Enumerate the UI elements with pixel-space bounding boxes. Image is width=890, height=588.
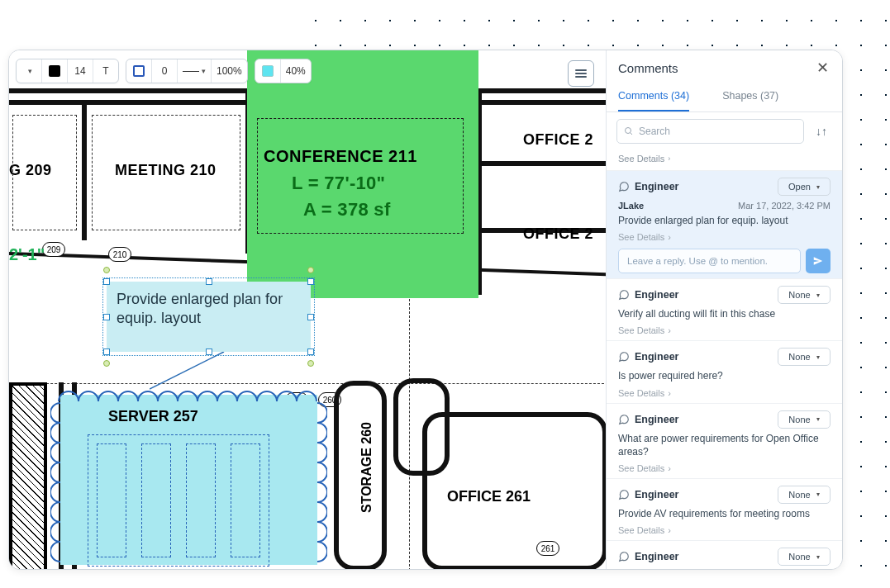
fill-group: 40% bbox=[255, 59, 312, 83]
text-tool[interactable]: T bbox=[93, 59, 118, 83]
comment-item[interactable]: Engineer None▾ RFI #14 See Details› bbox=[607, 540, 842, 569]
search-placeholder: Search bbox=[639, 126, 670, 137]
comment-icon bbox=[618, 489, 630, 500]
resize-handle-sw[interactable] bbox=[103, 349, 110, 355]
floorplan: CONFERENCE 211 L = 77'-10" A = 378 sf G … bbox=[9, 50, 606, 569]
server-rack-outline bbox=[88, 434, 269, 567]
see-details-link[interactable]: See Details› bbox=[618, 325, 831, 335]
format-toolbar: ▾ 14 T 0 ▾ 100% 40% bbox=[16, 59, 312, 83]
comment-item[interactable]: Engineer None▾ Is power required here? S… bbox=[607, 340, 842, 402]
chevron-right-icon: › bbox=[668, 463, 671, 473]
comment-item[interactable]: Engineer None▾ Provide AV requirements f… bbox=[607, 478, 842, 540]
door-tag-209: 209 bbox=[42, 242, 65, 257]
chevron-right-icon: › bbox=[668, 388, 671, 398]
status-dropdown[interactable]: Open▾ bbox=[778, 178, 831, 196]
reply-input[interactable]: Leave a reply. Use @ to mention. bbox=[618, 249, 801, 273]
stroke-opacity-field[interactable]: 100% bbox=[212, 59, 247, 83]
resize-handle-w[interactable] bbox=[103, 314, 110, 320]
comment-item[interactable]: Engineer Open▾ JLake Mar 17, 2022, 3:42 … bbox=[607, 170, 842, 278]
app-window: ▾ 14 T 0 ▾ 100% 40% bbox=[8, 50, 843, 570]
search-icon bbox=[624, 126, 634, 136]
conference-length-value: L = 77'-10" bbox=[292, 173, 385, 194]
selection-outline bbox=[102, 277, 315, 356]
chevron-down-icon: ▾ bbox=[816, 415, 820, 423]
font-group: ▾ 14 T bbox=[16, 59, 119, 83]
rotate-handle[interactable] bbox=[103, 360, 110, 367]
comment-author: JLake bbox=[618, 201, 644, 211]
room-label-server: SERVER 257 bbox=[108, 408, 198, 425]
comment-list: Engineer Open▾ JLake Mar 17, 2022, 3:42 … bbox=[607, 170, 842, 569]
comment-item[interactable]: Engineer None▾ Verify all ducting will f… bbox=[607, 278, 842, 340]
fill-color-swatch[interactable] bbox=[255, 59, 280, 83]
see-details-link[interactable]: See Details› bbox=[618, 388, 831, 398]
room-label-storage: STORAGE 260 bbox=[359, 422, 374, 513]
callout-textbox[interactable]: Provide enlarged plan for equip. layout bbox=[107, 282, 311, 352]
comment-icon bbox=[618, 351, 630, 363]
stroke-color-swatch[interactable] bbox=[126, 59, 151, 83]
status-dropdown[interactable]: None▾ bbox=[778, 286, 831, 304]
rotate-handle[interactable] bbox=[307, 360, 314, 367]
room-label-conference: CONFERENCE 211 bbox=[264, 147, 462, 166]
font-family-dropdown[interactable]: ▾ bbox=[17, 59, 41, 83]
resize-handle-n[interactable] bbox=[206, 278, 212, 285]
sort-button[interactable]: ↓↑ bbox=[811, 121, 832, 142]
chevron-right-icon: › bbox=[668, 232, 671, 242]
panel-title: Comments bbox=[618, 61, 678, 75]
svg-line-0 bbox=[150, 352, 224, 389]
comment-role: Engineer bbox=[618, 351, 679, 363]
font-size-field[interactable]: 14 bbox=[68, 59, 93, 83]
hatched-wall bbox=[9, 382, 47, 569]
svg-line-2 bbox=[631, 133, 633, 135]
comment-item[interactable]: Engineer None▾ What are power requiremen… bbox=[607, 403, 842, 478]
panel-tabs: Comments (34) Shapes (37) bbox=[607, 83, 842, 112]
status-dropdown[interactable]: None▾ bbox=[778, 348, 831, 366]
drawing-canvas[interactable]: ▾ 14 T 0 ▾ 100% 40% bbox=[9, 50, 606, 569]
comment-text: Verify all ducting will fit in this chas… bbox=[618, 307, 831, 320]
stroke-weight-field[interactable]: 0 bbox=[152, 59, 177, 83]
comment-role: Engineer bbox=[618, 551, 679, 562]
see-details-link[interactable]: See Details› bbox=[618, 525, 831, 535]
resize-handle-se[interactable] bbox=[307, 349, 314, 355]
chevron-right-icon: › bbox=[668, 525, 671, 535]
status-dropdown[interactable]: None▾ bbox=[778, 410, 831, 429]
comment-icon bbox=[618, 181, 630, 192]
tab-comments[interactable]: Comments (34) bbox=[618, 83, 689, 111]
send-button[interactable] bbox=[806, 249, 831, 273]
chevron-down-icon: ▾ bbox=[816, 353, 820, 361]
resize-handle-nw[interactable] bbox=[103, 278, 110, 285]
see-details-link[interactable]: See Details› bbox=[618, 232, 831, 242]
comment-text: What are power requirements for Open Off… bbox=[618, 432, 831, 458]
see-details-link[interactable]: See Details› bbox=[618, 463, 831, 473]
comments-panel: Comments ✕ Comments (34) Shapes (37) Sea… bbox=[606, 50, 842, 569]
comment-text: Is power required here? bbox=[618, 369, 831, 382]
status-dropdown[interactable]: None▾ bbox=[778, 548, 831, 566]
status-dropdown[interactable]: None▾ bbox=[778, 486, 831, 504]
chevron-down-icon: ▾ bbox=[816, 491, 820, 498]
search-input[interactable]: Search bbox=[616, 119, 804, 144]
line-style-dropdown[interactable]: ▾ bbox=[178, 59, 211, 83]
dimension-green: 2'-1" bbox=[9, 245, 45, 264]
tab-shapes[interactable]: Shapes (37) bbox=[722, 83, 778, 111]
send-icon bbox=[812, 255, 824, 267]
text-color-swatch[interactable] bbox=[42, 59, 67, 83]
comment-role: Engineer bbox=[618, 414, 679, 425]
chevron-down-icon: ▾ bbox=[816, 292, 820, 299]
sort-icon: ↓↑ bbox=[816, 125, 827, 138]
see-details-link-top[interactable]: See Details› bbox=[607, 150, 842, 170]
comment-role: Engineer bbox=[618, 289, 679, 301]
hamburger-icon bbox=[575, 69, 587, 78]
fill-opacity-field[interactable]: 40% bbox=[281, 59, 311, 83]
chevron-right-icon: › bbox=[668, 154, 670, 163]
svg-point-1 bbox=[626, 128, 631, 134]
rotate-handle[interactable] bbox=[103, 267, 110, 273]
resize-handle-s[interactable] bbox=[206, 349, 212, 355]
resize-handle-e[interactable] bbox=[307, 314, 314, 320]
comment-text: Provide AV requirements for meeting room… bbox=[618, 507, 831, 520]
comment-icon bbox=[618, 414, 630, 425]
canvas-menu-button[interactable] bbox=[568, 60, 594, 87]
resize-handle-ne[interactable] bbox=[307, 278, 314, 285]
door-tag-210: 210 bbox=[108, 247, 131, 262]
close-icon[interactable]: ✕ bbox=[813, 55, 832, 80]
comment-text: Provide enlarged plan for equip. layout bbox=[618, 214, 831, 227]
rotate-handle[interactable] bbox=[307, 267, 314, 273]
